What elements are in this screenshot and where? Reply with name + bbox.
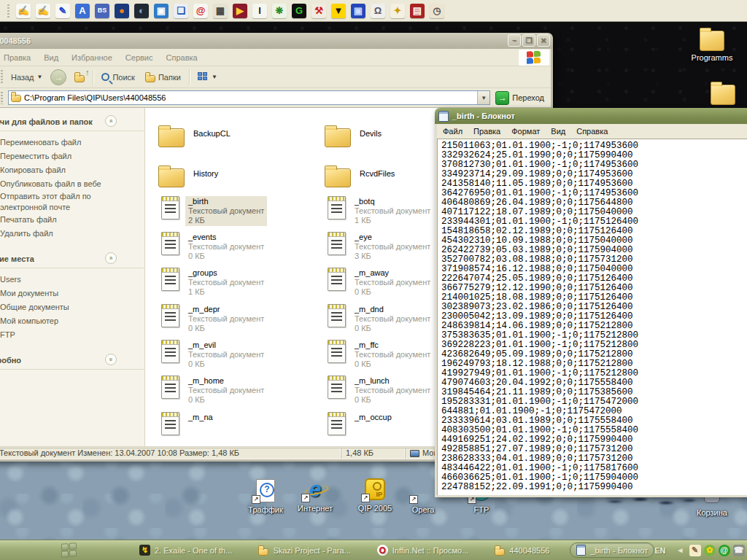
tray-qip-at-icon[interactable]: @ bbox=[719, 545, 730, 556]
gold-feather-icon[interactable]: ✦ bbox=[390, 4, 405, 18]
minimize-button[interactable]: – bbox=[508, 34, 521, 47]
views-dropdown-icon[interactable]: ▼ bbox=[212, 74, 217, 80]
mail-at-icon[interactable]: @ bbox=[193, 4, 208, 18]
letter-a-blue-icon[interactable]: A bbox=[75, 4, 90, 18]
views-button[interactable]: ▼ bbox=[196, 71, 220, 83]
go-button[interactable]: → Переход bbox=[493, 90, 546, 106]
programms-folder[interactable]: Programms bbox=[684, 26, 740, 62]
sidebar-item[interactable]: Отправить этот файл по электронной почте bbox=[0, 191, 128, 213]
traffic-shortcut[interactable]: Траффик bbox=[239, 478, 292, 514]
bsplayer-icon[interactable]: BS bbox=[95, 4, 109, 18]
language-indicator[interactable]: EN bbox=[654, 546, 665, 555]
media-player-icon[interactable]: ▶ bbox=[233, 4, 247, 18]
chevron-up-icon[interactable]: » bbox=[105, 115, 117, 127]
qip-shortcut[interactable]: QIP 2005 bbox=[349, 477, 401, 513]
documents-blue-icon[interactable]: ❏ bbox=[174, 4, 188, 18]
ie-shortcut[interactable]: eИнтернет bbox=[289, 477, 341, 513]
tray-notes-icon[interactable]: ✎ bbox=[689, 545, 701, 556]
notes-orange-icon[interactable]: ✍ bbox=[36, 4, 50, 18]
sidebar-item[interactable]: Общие документы bbox=[0, 300, 144, 314]
file-tile[interactable]: _birthТекстовый документ2 КБ bbox=[157, 195, 317, 230]
tray-icq-flower-icon[interactable]: ✿ bbox=[704, 545, 716, 556]
menu-item-Сервис[interactable]: Сервис bbox=[125, 53, 153, 62]
text-cursor-icon[interactable]: Ι bbox=[252, 4, 267, 18]
sidebar-item[interactable]: Печатать файл bbox=[0, 213, 144, 227]
menu-item-Вид[interactable]: Вид bbox=[44, 53, 58, 62]
notepad-menu-Вид[interactable]: Вид bbox=[551, 127, 565, 136]
gps-black-icon[interactable]: G bbox=[292, 4, 306, 18]
menu-item-Правка[interactable]: Правка bbox=[4, 53, 31, 62]
back-button[interactable]: Назад ▼ bbox=[9, 71, 44, 83]
taskbar-task[interactable]: 440048556 bbox=[489, 544, 555, 557]
back-dropdown-icon[interactable]: ▼ bbox=[37, 74, 43, 80]
file-type: Текстовый документ bbox=[355, 278, 430, 287]
sidebar-item[interactable]: Users bbox=[0, 273, 144, 287]
sidebar-item[interactable]: Копировать файл bbox=[0, 163, 144, 177]
text-document-icon bbox=[328, 376, 346, 399]
books-icon[interactable]: ▤ bbox=[410, 4, 425, 18]
tray-collapse-icon[interactable]: ◂ bbox=[675, 545, 686, 556]
explorer-titlebar[interactable]: 440048556 – ❐ ✕ bbox=[0, 33, 553, 49]
file-type: Текстовый документ bbox=[188, 278, 264, 287]
file-tile[interactable]: _groupsТекстовый документ1 КБ bbox=[157, 266, 317, 302]
file-tile[interactable]: _m_na bbox=[157, 411, 317, 446]
folder-tile[interactable]: History bbox=[157, 154, 317, 194]
file-tile[interactable]: _m_evilТекстовый документ0 КБ bbox=[157, 338, 317, 374]
sidebar-item[interactable]: Опубликовать файл в вебе bbox=[0, 177, 144, 191]
notepad-menu-Формат[interactable]: Формат bbox=[511, 127, 540, 136]
sidebar-item[interactable]: Удалить файл bbox=[0, 227, 144, 241]
maximize-button[interactable]: ❐ bbox=[522, 34, 535, 47]
go-label: Переход bbox=[512, 93, 544, 102]
red-tools-icon[interactable]: ⚒ bbox=[311, 4, 326, 18]
sidebar-item[interactable]: Переместить файл bbox=[0, 149, 144, 163]
taskbar-task[interactable]: OInffin.Net :: Просмо... bbox=[371, 543, 475, 557]
sidebar-item[interactable]: Переименовать файл bbox=[0, 136, 144, 149]
file-name: _m_away bbox=[355, 268, 430, 278]
calendar-icon[interactable]: ▦ bbox=[213, 4, 228, 18]
chevron-up-icon[interactable]: » bbox=[105, 252, 117, 264]
chevron-down-icon[interactable]: » bbox=[105, 354, 117, 365]
bat-yellow-icon[interactable]: ▼ bbox=[331, 4, 346, 18]
photo-viewer-icon[interactable]: ▣ bbox=[154, 4, 169, 18]
google-earth-icon[interactable]: ◐ bbox=[134, 4, 149, 18]
up-button[interactable]: ↑ bbox=[72, 71, 87, 84]
notes-red-icon[interactable]: ✍ bbox=[16, 4, 31, 18]
sidebar-item[interactable]: Мой компьютер bbox=[0, 314, 144, 328]
notepad-titlebar[interactable]: _birth - Блокнот bbox=[435, 108, 747, 124]
pen-blue-icon[interactable]: ✎ bbox=[55, 4, 70, 18]
folder-tile[interactable]: BackupCL bbox=[157, 114, 317, 154]
headphones-icon[interactable]: Ω bbox=[371, 4, 385, 18]
notepad-edit-area[interactable]: 215011063;01.01.1900;-1;0;1174953600 332… bbox=[437, 139, 747, 495]
sidebar-item[interactable]: FTP bbox=[0, 328, 144, 342]
system-tray: ◂✎✿@☎◉K bbox=[675, 545, 747, 556]
forward-button[interactable]: → bbox=[50, 69, 66, 85]
taskbar-task[interactable]: Skazi Project - Para... bbox=[252, 544, 356, 557]
taskbar-task[interactable]: _birth - Блокнот bbox=[570, 542, 654, 558]
notepad-menu-Правка[interactable]: Правка bbox=[473, 127, 500, 136]
sidebar-section-header[interactable]: Подробно» bbox=[0, 354, 144, 370]
clock-icon[interactable]: ◷ bbox=[430, 4, 444, 18]
floppy-blue-icon[interactable]: ▣ bbox=[351, 4, 365, 18]
sidebar-section-header[interactable]: Другие места» bbox=[0, 252, 144, 268]
close-button[interactable]: ✕ bbox=[537, 34, 550, 47]
toolbar-separator bbox=[93, 69, 93, 85]
notepad-menu-Файл[interactable]: Файл bbox=[443, 127, 462, 136]
menu-item-Избранное[interactable]: Избранное bbox=[71, 53, 112, 62]
folders-button[interactable]: Папки bbox=[143, 71, 183, 84]
file-tile[interactable]: _m_homeТекстовый документ0 КБ bbox=[157, 374, 317, 410]
notepad-menu-Справка[interactable]: Справка bbox=[576, 127, 608, 136]
firefox-icon[interactable]: ● bbox=[115, 4, 129, 18]
second-folder[interactable] bbox=[695, 80, 747, 105]
sidebar-section-header[interactable]: Задачи для файлов и папок» bbox=[0, 115, 144, 131]
file-tile[interactable]: _eventsТекстовый документ0 КБ bbox=[157, 230, 317, 266]
menu-item-Справка[interactable]: Справка bbox=[166, 53, 198, 62]
taskbar-task[interactable]: ↯2. Exaile - One of th... bbox=[133, 543, 238, 557]
address-input[interactable]: C:\Program Files\QIP\Users\440048556 ▼ bbox=[8, 90, 490, 105]
file-tile[interactable]: _m_deprТекстовый документ0 КБ bbox=[157, 303, 317, 338]
start-button[interactable] bbox=[61, 542, 77, 559]
search-button[interactable]: Поиск bbox=[99, 71, 136, 83]
sidebar-item[interactable]: Мои документы bbox=[0, 287, 144, 300]
tray-phone-icon[interactable]: ☎ bbox=[733, 545, 745, 556]
address-dropdown-icon[interactable]: ▼ bbox=[477, 91, 489, 104]
green-paw-icon[interactable]: ❋ bbox=[272, 4, 287, 18]
